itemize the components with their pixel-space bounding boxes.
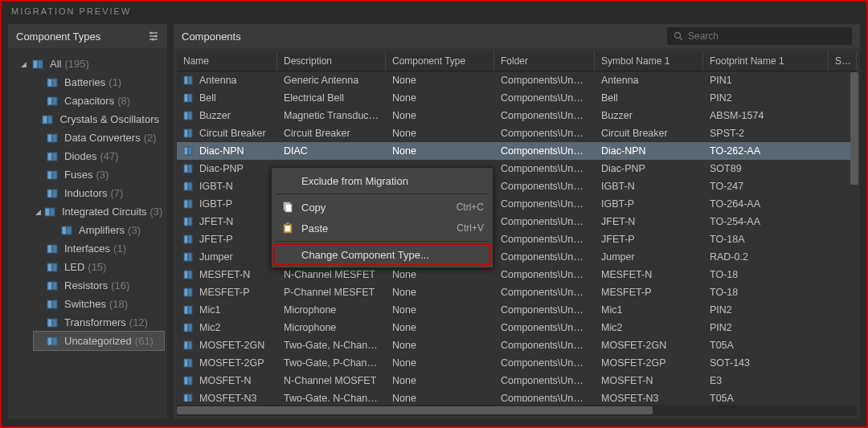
cell-folder: Components\Uncat... xyxy=(494,163,595,174)
vertical-scrollbar[interactable] xyxy=(850,72,858,403)
tree-item-label: Capacitors xyxy=(64,95,114,107)
table-row[interactable]: Mic2MicrophoneNoneComponents\Uncat...Mic… xyxy=(177,319,857,336)
component-icon xyxy=(183,111,194,120)
svg-line-36 xyxy=(680,38,682,40)
settings-icon[interactable] xyxy=(148,31,159,42)
search-input[interactable] xyxy=(688,31,845,42)
column-header-description[interactable]: Description xyxy=(277,51,386,71)
svg-rect-32 xyxy=(52,319,57,327)
tree-item-all[interactable]: ◢ All (195) xyxy=(19,55,164,73)
tree-item[interactable]: Capacitors (8) xyxy=(34,92,164,110)
cell-folder: Components\Uncat... xyxy=(494,181,595,192)
cell-name: MOSFET-N xyxy=(199,375,252,386)
tree-item-count: (2) xyxy=(144,132,157,144)
table-row[interactable]: MOSFET-N3Two-Gate, N-Chann...NoneCompone… xyxy=(177,389,857,402)
cell-description: Microphone xyxy=(277,322,386,333)
column-header-component-type[interactable]: Component Type xyxy=(386,51,494,71)
horizontal-scrollbar[interactable] xyxy=(177,405,857,416)
svg-rect-46 xyxy=(188,147,192,155)
tree-item[interactable]: Resistors (16) xyxy=(34,276,164,295)
cell-name: Diac-PNP xyxy=(199,163,244,174)
tree-item-count: (12) xyxy=(129,316,148,328)
tree-item[interactable]: Inductors (7) xyxy=(34,184,164,202)
cell-component-type: None xyxy=(386,110,494,121)
svg-rect-9 xyxy=(43,116,47,124)
tree-item[interactable]: Fuses (3) xyxy=(34,165,164,184)
tree-item[interactable]: Batteries (1) xyxy=(34,73,164,92)
component-icon xyxy=(47,132,59,144)
tree-item-label: Uncategorized xyxy=(64,335,132,347)
menu-item-paste[interactable]: Paste Ctrl+V xyxy=(274,218,490,238)
table-row[interactable]: BuzzerMagnetic Transduce...NoneComponent… xyxy=(177,107,857,124)
svg-rect-27 xyxy=(47,282,52,290)
menu-item-copy[interactable]: Copy Ctrl+C xyxy=(274,197,490,218)
tree-item-count: (3) xyxy=(150,206,163,218)
table-row[interactable]: MESFET-PP-Channel MESFETNoneComponents\U… xyxy=(177,283,857,301)
column-header-footprint-name[interactable]: Footprint Name 1 xyxy=(703,51,829,71)
menu-item-change-component-type[interactable]: Change Component Type... xyxy=(274,244,490,265)
search-icon xyxy=(674,31,683,41)
column-header-symbol-name[interactable]: Symbol Name 1 xyxy=(595,51,703,71)
cell-folder: Components\Uncat... xyxy=(494,92,595,104)
table-row[interactable]: Diac-NPNDIACNoneComponents\Uncat...Diac-… xyxy=(177,142,857,160)
component-icon xyxy=(42,114,55,125)
cell-description: N-Channel MESFET xyxy=(277,269,386,280)
table-row[interactable]: Mic1MicrophoneNoneComponents\Uncat...Mic… xyxy=(177,301,857,319)
svg-rect-50 xyxy=(188,182,192,190)
svg-rect-47 xyxy=(184,165,188,173)
cell-description: Electrical Bell xyxy=(277,92,386,104)
cell-name: Bell xyxy=(199,92,216,104)
horizontal-scrollbar-thumb[interactable] xyxy=(177,406,653,414)
tree-item[interactable]: Transformers (12) xyxy=(34,313,164,332)
tree-item[interactable]: Data Converters (2) xyxy=(34,128,164,147)
svg-point-2 xyxy=(152,39,154,41)
cell-folder: Components\Uncat... xyxy=(494,340,595,351)
component-icon xyxy=(183,287,194,297)
tree-item[interactable]: Interfaces (1) xyxy=(34,239,164,258)
svg-rect-64 xyxy=(188,306,192,314)
tree-item-label: LED xyxy=(64,261,84,273)
table-row[interactable]: Circuit BreakerCircuit BreakerNoneCompon… xyxy=(177,124,857,142)
collapse-icon[interactable]: ◢ xyxy=(21,60,29,68)
table-row[interactable]: MOSFET-NN-Channel MOSFETNoneComponents\U… xyxy=(177,372,857,389)
svg-rect-11 xyxy=(47,134,52,142)
table-row[interactable]: MOSFET-2GNTwo-Gate, N-Chann...NoneCompon… xyxy=(177,336,857,354)
column-header-folder[interactable]: Folder xyxy=(494,51,595,71)
svg-rect-37 xyxy=(184,76,188,84)
svg-rect-44 xyxy=(188,129,192,137)
tree-item[interactable]: Crystals & Oscillators xyxy=(34,110,164,128)
cell-description: P-Channel MESFET xyxy=(277,287,386,298)
tree-item[interactable]: Amplifiers (3) xyxy=(48,221,164,239)
search-box[interactable] xyxy=(667,27,852,45)
cell-folder: Components\Uncat... xyxy=(494,393,595,402)
cell-symbol-name: MOSFET-N xyxy=(595,375,703,386)
tree-item-count: (3) xyxy=(128,224,141,236)
cell-name: Circuit Breaker xyxy=(199,128,266,139)
collapse-icon[interactable]: ◢ xyxy=(35,208,41,216)
cell-name: Diac-NPN xyxy=(199,145,244,157)
tree-item[interactable]: Switches (18) xyxy=(34,295,164,313)
vertical-scrollbar-thumb[interactable] xyxy=(850,72,858,185)
column-header-name[interactable]: Name xyxy=(177,51,277,71)
menu-item-exclude[interactable]: Exclude from Migration xyxy=(274,170,490,191)
folder-icon xyxy=(32,59,45,70)
cell-folder: Components\Uncat... xyxy=(494,251,595,263)
cell-symbol-name: Jumper xyxy=(595,251,703,263)
tree-item[interactable]: ◢Integrated Circuits (3) xyxy=(34,202,164,221)
svg-rect-24 xyxy=(52,245,57,253)
column-header-status[interactable]: St... xyxy=(829,51,857,71)
cell-component-type: None xyxy=(386,92,494,104)
table-row[interactable]: MESFET-NN-Channel MESFETNoneComponents\U… xyxy=(177,266,857,283)
cell-name: Mic1 xyxy=(199,304,220,316)
table-row[interactable]: MOSFET-2GPTwo-Gate, P-Chann...NoneCompon… xyxy=(177,354,857,372)
cell-symbol-name: MESFET-P xyxy=(595,287,703,298)
cell-symbol-name: Buzzer xyxy=(595,110,703,121)
tree-item[interactable]: Uncategorized (61) xyxy=(34,332,164,350)
cell-folder: Components\Uncat... xyxy=(494,234,595,245)
tree-item[interactable]: LED (15) xyxy=(34,258,164,276)
table-row[interactable]: BellElectrical BellNoneComponents\Uncat.… xyxy=(177,89,857,107)
tree-item[interactable]: Diodes (47) xyxy=(34,147,164,165)
table-row[interactable]: AntennaGeneric AntennaNoneComponents\Unc… xyxy=(177,71,857,89)
cell-description: Circuit Breaker xyxy=(277,128,386,139)
component-icon xyxy=(44,206,57,218)
